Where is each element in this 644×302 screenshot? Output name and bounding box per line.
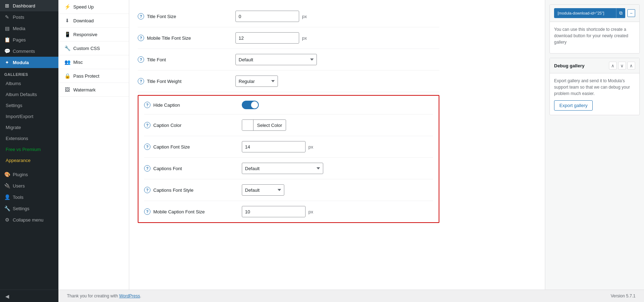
help-icon-mobile-title-font-size[interactable]: ?	[138, 35, 144, 41]
input-caption-font-size[interactable]	[242, 141, 306, 152]
footer-thanks-text: Thank you for creating with	[67, 293, 119, 298]
sidebar-item-modula[interactable]: ✦ Modula	[0, 57, 58, 68]
debug-gallery-up-button[interactable]: ∧	[609, 62, 617, 69]
row-mobile-title-font-size: ? Mobile Title Font Size px	[138, 27, 439, 49]
sidebar-item-appearance[interactable]: 🎨 Plugins	[0, 169, 58, 180]
modula-icon: ✦	[4, 60, 10, 65]
responsive-icon: 📱	[64, 31, 70, 38]
sub-sidebar-custom-css[interactable]: 🔧 Custom CSS	[58, 41, 129, 55]
sidebar-item-collapse[interactable]: ◀	[0, 290, 58, 302]
help-icon-mobile-caption-font-size[interactable]: ?	[144, 208, 150, 215]
sub-sidebar-watermark[interactable]: 🖼 Watermark	[58, 83, 129, 97]
debug-gallery-controls: ∧ ∨ ∧	[609, 62, 635, 69]
sidebar-label-album-defaults: Settings	[6, 103, 22, 108]
main-content: ? Title Font Size px ? Mobile Title Font…	[129, 0, 545, 302]
dashboard-icon: ⊞	[4, 3, 10, 9]
export-gallery-button[interactable]: Export gallery	[554, 100, 593, 111]
select-captions-font[interactable]: Default	[242, 163, 323, 174]
debug-gallery-down-button[interactable]: ∨	[618, 62, 626, 69]
debug-gallery-collapse-button[interactable]: ∧	[627, 62, 635, 69]
sidebar-item-plugins[interactable]: 🔌 Users	[0, 180, 58, 191]
sidebar-item-users[interactable]: 👤 Tools	[0, 191, 58, 203]
control-mobile-title-font-size: px	[235, 32, 307, 44]
sidebar-label-posts: Posts	[13, 15, 24, 20]
control-mobile-caption-font-size: px	[242, 206, 313, 217]
sub-sidebar-pass-protect[interactable]: 🔒 Pass Protect	[58, 69, 129, 83]
help-icon-title-font-size[interactable]: ?	[138, 13, 144, 19]
sidebar-item-pages[interactable]: 📋 Pages	[0, 34, 58, 45]
sidebar-item-tools[interactable]: 🔧 Settings	[0, 203, 58, 214]
galleries-section-label: Galleries	[0, 68, 58, 78]
text-caption-font-size: Caption Font Size	[153, 144, 190, 150]
highlighted-caption-section: ? Hide Caption ? Caption Color	[138, 95, 439, 223]
sidebar-item-gallery-defaults[interactable]: Albums	[0, 78, 58, 89]
sidebar-item-settings[interactable]: Import/Export	[0, 111, 58, 122]
sidebar-item-album-defaults[interactable]: Settings	[0, 100, 58, 111]
unit-caption-font-size: px	[308, 144, 313, 150]
help-icon-captions-font-style[interactable]: ?	[144, 187, 150, 193]
sub-label-speed-up: Speed Up	[73, 4, 94, 10]
sidebar-item-settings2[interactable]: ⚙ Collapse menu	[0, 214, 58, 225]
debug-gallery-title: Debug gallery	[554, 63, 585, 68]
sidebar-item-albums[interactable]: Album Defaults	[0, 89, 58, 100]
sub-label-misc: Misc	[73, 60, 83, 65]
label-captions-font: ? Captions Font	[144, 165, 236, 172]
control-captions-font: Default	[242, 163, 323, 174]
text-hide-caption: Hide Caption	[153, 102, 180, 108]
sub-sidebar-speed-up[interactable]: ⚡ Speed Up	[58, 0, 129, 14]
sidebar-item-media[interactable]: ▤ Media	[0, 23, 58, 34]
toggle-hide-caption[interactable]	[242, 101, 259, 109]
sub-sidebar-misc[interactable]: 👥 Misc	[58, 55, 129, 69]
help-icon-title-font-weight[interactable]: ?	[138, 78, 144, 84]
sidebar-item-import-export[interactable]: Migrate	[0, 122, 58, 133]
debug-gallery-content: Export gallery and send it to Modula's s…	[550, 73, 639, 115]
sidebar-item-posts[interactable]: ✎ Posts	[0, 11, 58, 23]
sidebar-label-extensions: Free vs Premium	[6, 147, 41, 152]
sub-label-custom-css: Custom CSS	[73, 46, 100, 51]
text-caption-color: Caption Color	[153, 123, 182, 128]
row-title-font-weight: ? Title Font Weight Regular Bold Light	[138, 71, 439, 92]
wordpress-link[interactable]: WordPress	[119, 293, 140, 298]
sidebar-item-extensions[interactable]: Free vs Premium	[0, 144, 58, 155]
shortcode-copy-button[interactable]: ⧉	[616, 8, 625, 18]
sidebar-label-tools: Settings	[13, 206, 29, 211]
page-footer: Thank you for creating with WordPress. V…	[58, 290, 644, 302]
help-icon-captions-font[interactable]: ?	[144, 165, 150, 172]
sub-sidebar-responsive[interactable]: 📱 Responsive	[58, 28, 129, 41]
shortcode-minimize-button[interactable]: −	[627, 9, 635, 17]
select-captions-font-style[interactable]: Default Normal Italic	[242, 184, 284, 196]
sidebar-item-free-vs-premium[interactable]: Appearance	[0, 155, 58, 166]
collapse-icon: ◀	[4, 293, 10, 299]
select-title-font[interactable]: Default	[235, 54, 317, 65]
sub-sidebar-download[interactable]: ⬇ Download	[58, 14, 129, 28]
sidebar-item-migrate[interactable]: Extensions	[0, 133, 58, 144]
debug-gallery-header: Debug gallery ∧ ∨ ∧	[550, 58, 639, 73]
select-title-font-weight[interactable]: Regular Bold Light	[235, 76, 278, 87]
text-captions-font: Captions Font	[153, 166, 182, 171]
version-text: Version 5.7.1	[611, 293, 636, 298]
control-caption-color: Select Color	[242, 119, 286, 131]
sidebar-item-comments[interactable]: 💬 Comments	[0, 45, 58, 57]
text-title-font: Title Font	[147, 57, 166, 62]
caption-color-button[interactable]: Select Color	[242, 119, 286, 131]
sidebar-item-dashboard[interactable]: ⊞ Dashboard	[0, 0, 58, 11]
misc-icon: 👥	[64, 59, 70, 65]
sidebar-label-modula: Modula	[13, 60, 29, 65]
sidebar-label-gallery-defaults: Albums	[6, 81, 21, 86]
help-icon-hide-caption[interactable]: ?	[144, 102, 150, 108]
help-icon-caption-color[interactable]: ?	[144, 122, 150, 128]
shortcode-text: [modula-download-id="25"]	[554, 9, 615, 17]
input-mobile-title-font-size[interactable]	[235, 32, 299, 44]
footer-thanks: Thank you for creating with WordPress.	[67, 293, 141, 298]
sub-label-pass-protect: Pass Protect	[73, 73, 99, 79]
input-mobile-caption-font-size[interactable]	[242, 206, 306, 217]
speed-up-icon: ⚡	[64, 4, 70, 10]
label-caption-color: ? Caption Color	[144, 122, 236, 128]
posts-icon: ✎	[4, 14, 10, 20]
sidebar-label-settings2: Collapse menu	[13, 217, 44, 223]
shortcode-box-content: You can use this shortcode to create a d…	[550, 22, 639, 53]
help-icon-caption-font-size[interactable]: ?	[144, 144, 150, 150]
help-icon-title-font[interactable]: ?	[138, 56, 144, 63]
input-title-font-size[interactable]	[235, 11, 299, 22]
label-mobile-title-font-size: ? Mobile Title Font Size	[138, 35, 230, 41]
